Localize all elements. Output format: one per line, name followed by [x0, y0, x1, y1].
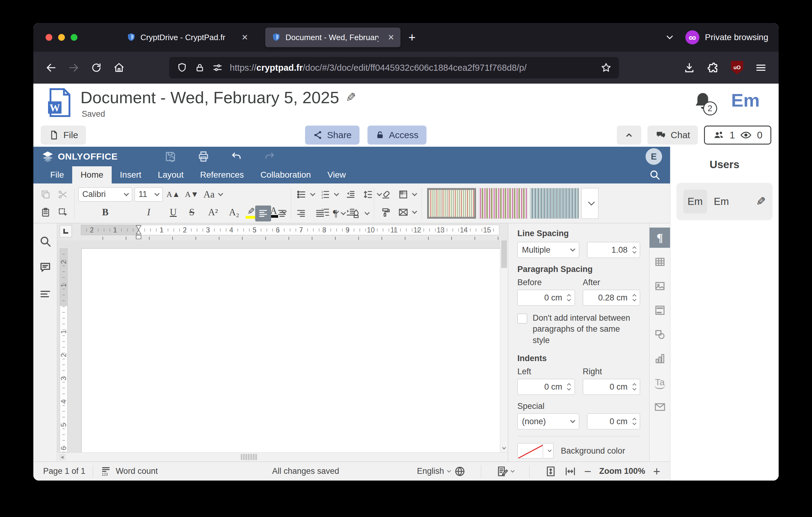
url-text[interactable]: https://cryptpad.fr/doc/#/3/doc/edit/ff0…: [230, 63, 596, 73]
menu-tab-home[interactable]: Home: [72, 166, 112, 184]
edit-user-name-pencil-icon[interactable]: ✎: [756, 195, 766, 208]
word-count-button[interactable]: 123 Word count: [100, 466, 158, 477]
track-changes-button[interactable]: [497, 466, 514, 477]
chat-button[interactable]: Chat: [647, 126, 698, 144]
url-bar[interactable]: https://cryptpad.fr/doc/#/3/doc/edit/ff0…: [169, 57, 619, 78]
horizontal-scroll-thumb[interactable]: [241, 454, 257, 460]
cut-button[interactable]: [55, 187, 71, 202]
decrease-indent-button[interactable]: [343, 187, 358, 202]
menu-tab-insert[interactable]: Insert: [112, 166, 150, 184]
permissions-icon[interactable]: [212, 62, 223, 73]
tracking-protection-shield-icon[interactable]: [177, 62, 187, 73]
tab-close-icon[interactable]: ✕: [388, 33, 395, 42]
document-page[interactable]: [81, 248, 501, 452]
navigation-headings-icon[interactable]: [39, 288, 52, 300]
copy-button[interactable]: [38, 187, 54, 202]
document-title[interactable]: Document - Wed, February 5, 2025 ✎: [81, 88, 356, 107]
list-tabs-chevron-icon[interactable]: [665, 32, 675, 43]
vertical-scroll-thumb[interactable]: [501, 240, 507, 268]
tab-cryptdrive[interactable]: CryptDrive - CryptPad.fr ✕: [120, 28, 254, 47]
fit-page-button[interactable]: [545, 466, 556, 477]
paragraph-settings-tab[interactable]: ¶: [649, 227, 670, 248]
mailmerge-settings-tab[interactable]: [649, 397, 670, 417]
menu-hamburger-icon[interactable]: [755, 61, 767, 74]
paragraph-shading-button[interactable]: [350, 206, 370, 221]
extensions-puzzle-icon[interactable]: [707, 61, 719, 74]
back-button[interactable]: [45, 61, 57, 74]
onlyoffice-user-avatar[interactable]: E: [645, 148, 662, 165]
redo-button[interactable]: [263, 150, 276, 163]
font-name-select[interactable]: Calibri: [78, 187, 132, 201]
access-button[interactable]: Access: [368, 126, 427, 144]
edit-title-pencil-icon[interactable]: ✎: [346, 90, 356, 104]
language-selector[interactable]: English: [417, 466, 466, 477]
spacing-after-spinner[interactable]: 0.28 cm: [583, 290, 640, 306]
background-color-swatch[interactable]: [517, 443, 543, 459]
save-button[interactable]: [164, 150, 177, 163]
justify-button[interactable]: [312, 206, 328, 221]
special-select[interactable]: (none): [517, 413, 579, 429]
page-indicator[interactable]: Page 1 of 1: [43, 466, 85, 476]
shape-settings-tab[interactable]: [649, 324, 670, 345]
menu-tab-references[interactable]: References: [192, 166, 252, 184]
collapse-toolbar-button[interactable]: [617, 126, 641, 144]
scroll-down-arrow[interactable]: [500, 444, 508, 452]
select-all-button[interactable]: [55, 204, 71, 220]
tab-close-icon[interactable]: ✕: [241, 33, 248, 42]
decrement-font-button[interactable]: A▼: [184, 187, 200, 202]
home-button[interactable]: [113, 61, 125, 74]
zoom-in-button[interactable]: +: [653, 468, 660, 475]
document-canvas[interactable]: 21123456: [57, 240, 508, 452]
vertical-scrollbar[interactable]: [500, 240, 508, 452]
account-menu-button[interactable]: Em: [731, 90, 760, 111]
comments-icon[interactable]: [39, 261, 52, 274]
horizontal-scrollbar[interactable]: ◂: [57, 452, 508, 462]
file-menu-button[interactable]: File: [41, 126, 86, 144]
line-spacing-amount-spinner[interactable]: 1.08: [587, 242, 640, 258]
spacing-before-spinner[interactable]: 0 cm: [517, 290, 575, 306]
strikethrough-button[interactable]: S: [184, 204, 200, 220]
menu-tab-layout[interactable]: Layout: [150, 166, 192, 184]
bookmark-star-icon[interactable]: [601, 62, 612, 73]
indent-right-spinner[interactable]: 0 cm: [583, 379, 640, 395]
user-list-item[interactable]: Em Em ✎: [676, 183, 773, 220]
style-thumbnail-no-spacing[interactable]: [478, 188, 527, 219]
paste-button[interactable]: [38, 204, 54, 220]
styles-expand-button[interactable]: [581, 188, 599, 219]
nonprinting-characters-button[interactable]: ¶: [331, 206, 347, 221]
tab-stop-selector[interactable]: [60, 225, 72, 237]
undo-button[interactable]: [230, 150, 243, 163]
maximize-window-button[interactable]: [71, 34, 78, 41]
numbered-list-button[interactable]: 123: [319, 187, 340, 202]
interval-checkbox[interactable]: [517, 314, 527, 323]
bold-button[interactable]: B: [78, 204, 132, 220]
superscript-button[interactable]: A²: [202, 204, 224, 220]
increment-font-button[interactable]: A▲: [165, 187, 181, 202]
underline-button[interactable]: U: [165, 204, 181, 220]
change-case-button[interactable]: Aa: [202, 187, 224, 202]
menu-tab-collaboration[interactable]: Collaboration: [252, 166, 319, 184]
indent-left-spinner[interactable]: 0 cm: [517, 379, 575, 395]
font-size-select[interactable]: 11: [135, 187, 163, 201]
scroll-left-arrow[interactable]: ◂: [58, 454, 66, 460]
menu-tab-view[interactable]: View: [319, 166, 354, 184]
shading-button[interactable]: [397, 187, 417, 202]
forward-button[interactable]: [68, 61, 80, 74]
style-thumbnail-heading[interactable]: [530, 188, 579, 219]
style-thumbnail-normal[interactable]: [427, 188, 476, 219]
print-button[interactable]: [197, 150, 210, 163]
subscript-button[interactable]: A₂: [226, 204, 242, 220]
line-spacing-select[interactable]: Multiple: [517, 242, 579, 258]
vertical-ruler[interactable]: 21123456: [60, 248, 68, 452]
copy-style-button[interactable]: [378, 204, 394, 220]
image-settings-tab[interactable]: [649, 276, 670, 296]
reload-button[interactable]: [90, 61, 103, 74]
mail-merge-button[interactable]: [397, 204, 417, 220]
toolbar-search-icon[interactable]: [648, 169, 661, 181]
textart-settings-tab[interactable]: Ta: [649, 373, 670, 393]
minimize-window-button[interactable]: [58, 34, 65, 41]
share-button[interactable]: Share: [305, 126, 359, 144]
notifications-bell-button[interactable]: 2: [692, 90, 714, 116]
tab-document-active[interactable]: Document - Wed, February 5, 2 ✕: [265, 28, 401, 47]
spellcheck-globe-icon[interactable]: [454, 466, 466, 477]
